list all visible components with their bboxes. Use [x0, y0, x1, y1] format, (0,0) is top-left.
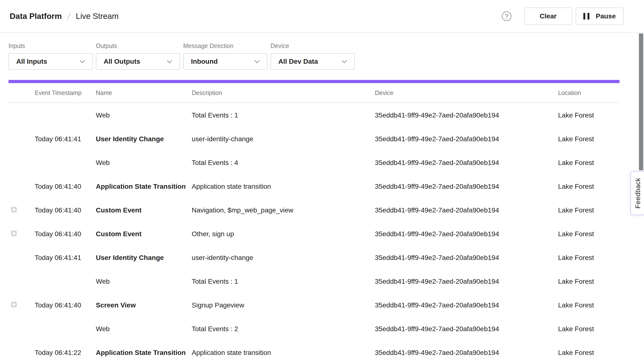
column-header-location: Location — [558, 89, 620, 96]
breadcrumb: Data Platform / Live Stream — [10, 11, 119, 21]
feedback-tab[interactable]: Feedback — [630, 171, 644, 215]
expand-plus-icon[interactable] — [11, 302, 17, 307]
chevron-down-icon — [341, 58, 348, 65]
event-name: Custom Event — [96, 206, 192, 214]
breadcrumb-separator-icon: / — [66, 11, 71, 21]
table-row[interactable]: Today 06:41:40 Custom Event Other, sign … — [8, 222, 620, 246]
event-name: Application State Transition — [96, 183, 192, 190]
message-direction-select[interactable]: Inbound — [183, 53, 268, 70]
live-stream-page: Data Platform / Live Stream ? Clear Paus… — [0, 0, 644, 360]
outputs-select[interactable]: All Outputs — [96, 53, 180, 70]
event-location: Lake Forest — [558, 325, 620, 333]
device-select[interactable]: All Dev Data — [270, 53, 355, 70]
breadcrumb-section[interactable]: Data Platform — [10, 12, 62, 21]
event-name: Web — [96, 111, 192, 119]
event-description: Total Events : 4 — [192, 159, 375, 167]
event-location: Lake Forest — [558, 349, 620, 357]
table-row[interactable]: Web Total Events : 1 35eddb41-9ff9-49e2-… — [8, 103, 620, 127]
event-location: Lake Forest — [558, 230, 620, 238]
table-row[interactable]: Web Total Events : 4 35eddb41-9ff9-49e2-… — [8, 151, 620, 175]
event-location: Lake Forest — [558, 206, 620, 214]
event-description: user-identity-change — [192, 135, 375, 143]
event-description: Total Events : 2 — [192, 325, 375, 333]
column-header-device: Device — [375, 89, 558, 96]
clear-button-label: Clear — [540, 12, 557, 20]
table-row[interactable]: Web Total Events : 2 35eddb41-9ff9-49e2-… — [8, 317, 620, 341]
event-location: Lake Forest — [558, 135, 620, 143]
event-device: 35eddb41-9ff9-49e2-7aed-20afa90eb194 — [375, 183, 558, 190]
event-device: 35eddb41-9ff9-49e2-7aed-20afa90eb194 — [375, 278, 558, 285]
inputs-select[interactable]: All Inputs — [8, 53, 93, 70]
message-direction-select-value: Inbound — [191, 58, 218, 65]
help-icon[interactable]: ? — [502, 11, 512, 21]
event-description: user-identity-change — [192, 254, 375, 262]
event-timestamp: Today 06:41:41 — [35, 135, 96, 143]
event-device: 35eddb41-9ff9-49e2-7aed-20afa90eb194 — [375, 349, 558, 357]
clear-button[interactable]: Clear — [524, 7, 572, 25]
event-description: Signup Pageview — [192, 301, 375, 309]
event-location: Lake Forest — [558, 111, 620, 119]
event-name: User Identity Change — [96, 254, 192, 262]
chevron-down-icon — [78, 58, 86, 65]
table-row[interactable]: Web Total Events : 1 35eddb41-9ff9-49e2-… — [8, 270, 620, 293]
event-location: Lake Forest — [558, 254, 620, 262]
event-device: 35eddb41-9ff9-49e2-7aed-20afa90eb194 — [375, 301, 558, 309]
scrollbar-thumb[interactable] — [639, 33, 643, 170]
top-bar: Data Platform / Live Stream ? Clear Paus… — [0, 0, 644, 33]
event-location: Lake Forest — [558, 301, 620, 309]
event-timestamp: Today 06:41:40 — [35, 206, 96, 214]
event-name: Web — [96, 159, 192, 167]
pause-button[interactable]: Pause — [576, 7, 624, 25]
event-location: Lake Forest — [558, 159, 620, 167]
expand-cell — [8, 301, 35, 309]
table-row[interactable]: Today 06:41:40 Screen View Signup Pagevi… — [8, 293, 620, 317]
event-description: Application state transition — [192, 349, 375, 357]
expand-plus-icon[interactable] — [11, 231, 17, 236]
filter-inputs: Inputs All Inputs — [8, 33, 93, 70]
table-row[interactable]: Today 06:41:40 Custom Event Navigation, … — [8, 198, 620, 222]
chevron-down-icon — [253, 58, 260, 65]
expand-plus-icon[interactable] — [11, 207, 17, 212]
event-device: 35eddb41-9ff9-49e2-7aed-20afa90eb194 — [375, 159, 558, 167]
event-timestamp: Today 06:41:41 — [35, 254, 96, 262]
table-row[interactable]: Today 06:41:41 User Identity Change user… — [8, 246, 620, 270]
stream-progress-bar — [8, 80, 620, 83]
table-row[interactable]: Today 06:41:41 User Identity Change user… — [8, 127, 620, 151]
outputs-select-value: All Outputs — [104, 58, 140, 65]
event-timestamp: Today 06:41:40 — [35, 301, 96, 309]
event-device: 35eddb41-9ff9-49e2-7aed-20afa90eb194 — [375, 254, 558, 262]
event-timestamp: Today 06:41:22 — [35, 349, 96, 357]
event-device: 35eddb41-9ff9-49e2-7aed-20afa90eb194 — [375, 325, 558, 333]
column-header-event-timestamp: Event Timestamp — [35, 89, 96, 96]
filter-outputs: Outputs All Outputs — [96, 33, 180, 70]
device-select-value: All Dev Data — [278, 58, 318, 65]
event-location: Lake Forest — [558, 183, 620, 190]
filter-message-direction: Message Direction Inbound — [183, 33, 268, 70]
filter-label-message-direction: Message Direction — [183, 42, 268, 49]
event-device: 35eddb41-9ff9-49e2-7aed-20afa90eb194 — [375, 206, 558, 214]
event-device: 35eddb41-9ff9-49e2-7aed-20afa90eb194 — [375, 135, 558, 143]
expand-cell — [8, 206, 35, 214]
filter-label-outputs: Outputs — [96, 42, 180, 49]
column-header-description: Description — [192, 89, 375, 96]
toolbar: ? Clear Pause — [502, 7, 624, 25]
table-row[interactable]: Today 06:41:40 Application State Transit… — [8, 175, 620, 198]
event-description: Navigation, $mp_web_page_view — [192, 206, 375, 214]
event-name: Application State Transition — [96, 349, 192, 357]
pause-icon — [583, 13, 590, 20]
feedback-tab-label: Feedback — [634, 178, 642, 209]
column-header-name: Name — [96, 89, 192, 96]
event-device: 35eddb41-9ff9-49e2-7aed-20afa90eb194 — [375, 111, 558, 119]
expand-cell — [8, 230, 35, 238]
table-row[interactable]: Today 06:41:22 Application State Transit… — [8, 341, 620, 360]
table-body: Web Total Events : 1 35eddb41-9ff9-49e2-… — [8, 103, 620, 360]
chevron-down-icon — [166, 58, 173, 65]
table-header: Event Timestamp Name Description Device … — [8, 83, 620, 103]
filter-bar: Inputs All Inputs Outputs All Outputs Me… — [8, 33, 355, 70]
event-device: 35eddb41-9ff9-49e2-7aed-20afa90eb194 — [375, 230, 558, 238]
event-description: Total Events : 1 — [192, 278, 375, 285]
event-name: User Identity Change — [96, 135, 192, 143]
event-timestamp: Today 06:41:40 — [35, 230, 96, 238]
event-timestamp: Today 06:41:40 — [35, 183, 96, 190]
filter-device: Device All Dev Data — [270, 33, 355, 70]
